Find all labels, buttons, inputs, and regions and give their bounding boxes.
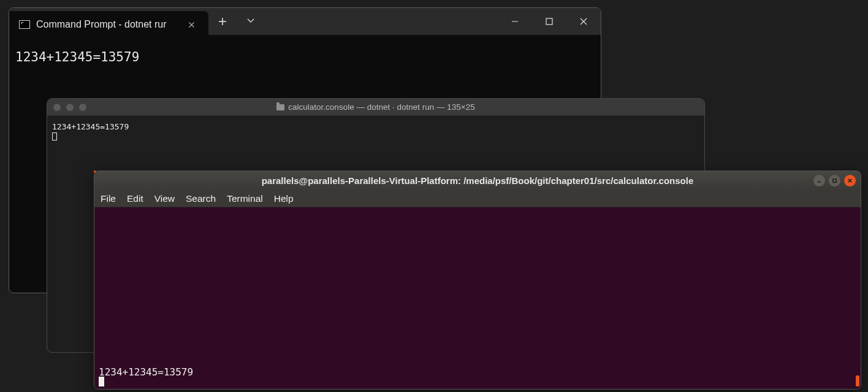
folder-icon — [276, 104, 284, 110]
mac-zoom-button[interactable] — [79, 104, 86, 111]
svg-rect-1 — [833, 179, 836, 182]
terminal-output-line: 1234+12345=13579 — [99, 366, 193, 378]
mac-close-button[interactable] — [53, 104, 61, 111]
ubuntu-title-text: parallels@parallels-Parallels-Virtual-Pl… — [262, 175, 694, 186]
mac-terminal-content[interactable]: 1234+12345=13579 — [47, 116, 704, 150]
menu-edit[interactable]: Edit — [127, 193, 143, 204]
menu-help[interactable]: Help — [274, 193, 294, 204]
windows-tab-title: Command Prompt - dotnet rur — [36, 19, 177, 30]
mac-title: calculator.console — dotnet ∙ dotnet run… — [47, 102, 704, 112]
terminal-output-line: 1234+12345=13579 — [15, 50, 139, 64]
menu-file[interactable]: File — [101, 193, 116, 204]
menu-search[interactable]: Search — [186, 193, 216, 204]
windows-tab-active[interactable]: Command Prompt - dotnet rur — [9, 11, 208, 38]
mac-titlebar[interactable]: calculator.console — dotnet ∙ dotnet run… — [47, 99, 704, 116]
maximize-button[interactable] — [532, 8, 566, 35]
mac-window-controls — [53, 104, 86, 111]
terminal-output-line: 1234+12345=13579 — [52, 122, 129, 131]
ubuntu-minimize-button[interactable] — [813, 175, 825, 186]
cursor-icon — [52, 133, 57, 140]
tab-dropdown-button[interactable] — [237, 8, 265, 35]
ubuntu-close-button[interactable] — [844, 175, 856, 186]
ubuntu-window-controls — [813, 175, 856, 186]
windows-titlebar[interactable]: Command Prompt - dotnet rur + — [9, 8, 601, 35]
mac-minimize-button[interactable] — [66, 104, 74, 111]
tab-close-button[interactable] — [183, 16, 200, 33]
menu-view[interactable]: View — [154, 193, 175, 204]
ubuntu-terminal-window: parallels@parallels-Parallels-Virtual-Pl… — [94, 171, 861, 390]
ubuntu-terminal-content[interactable]: 1234+12345=13579 — [94, 207, 861, 389]
windows-terminal-content[interactable]: 1234+12345=13579 — [9, 35, 601, 79]
cmd-icon — [19, 20, 30, 29]
cursor-icon — [99, 377, 104, 386]
menu-terminal[interactable]: Terminal — [227, 193, 263, 204]
close-button[interactable] — [566, 8, 601, 35]
titlebar-spacer[interactable] — [265, 8, 498, 35]
ubuntu-maximize-button[interactable] — [829, 175, 840, 186]
svg-rect-0 — [546, 18, 552, 25]
scrollbar-thumb[interactable] — [856, 375, 859, 386]
mac-title-text: calculator.console — dotnet ∙ dotnet run… — [288, 102, 474, 112]
window-controls — [498, 8, 601, 35]
ubuntu-titlebar[interactable]: parallels@parallels-Parallels-Virtual-Pl… — [94, 171, 861, 190]
new-tab-button[interactable]: + — [208, 8, 237, 35]
minimize-button[interactable] — [498, 8, 532, 35]
ubuntu-menubar: File Edit View Search Terminal Help — [94, 190, 861, 207]
